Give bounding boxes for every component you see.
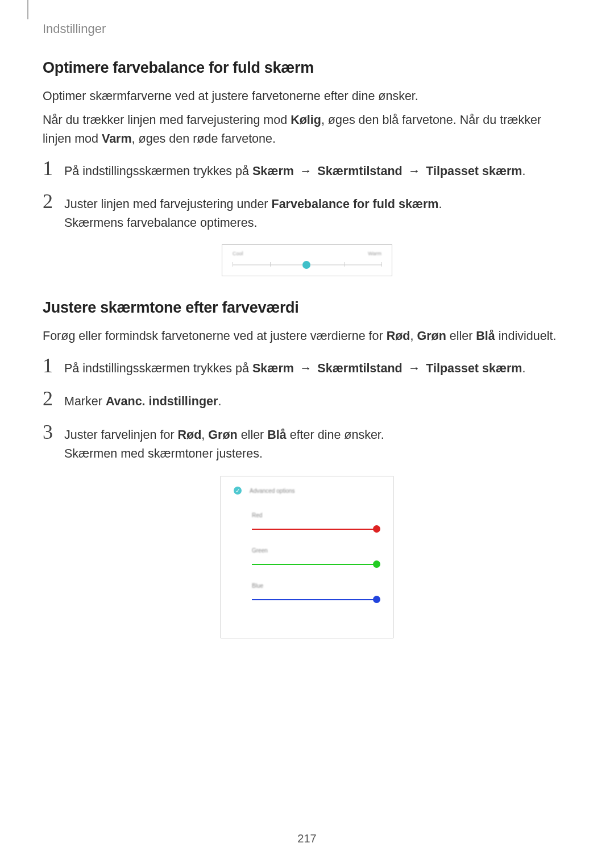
bold-green: Grøn: [417, 329, 446, 343]
text: .: [522, 164, 526, 178]
bold-blue: Blå: [476, 329, 495, 343]
text: Juster linjen med farvejustering under: [64, 197, 272, 211]
path-screenmode: Skærmtilstand: [317, 362, 402, 375]
text: eller: [238, 428, 268, 442]
section2-step3: 3 Juster farvelinjen for Rød, Grøn eller…: [43, 422, 571, 464]
rgb-red-item: Red: [234, 509, 380, 530]
rgb-green-item: Green: [234, 545, 380, 565]
text: , øges den røde farvetone.: [132, 132, 276, 146]
bold-cool: Kølig: [291, 113, 321, 127]
step-text: På indstillingsskærmen trykkes på Skærm …: [64, 158, 571, 181]
text: eller: [446, 329, 476, 343]
bold-colorbalance: Farvebalance for fuld skærm: [272, 197, 439, 211]
step-number: 1: [43, 355, 60, 376]
colorbalance-slider-figure: Cool Warm: [222, 244, 392, 276]
step-number: 3: [43, 422, 60, 442]
rgb-green-label: Green: [252, 547, 268, 554]
rgb-header-row: ✓ Advanced options: [234, 487, 380, 495]
path-screen: Skærm: [252, 362, 294, 375]
text: På indstillingsskærmen trykkes på: [64, 164, 252, 178]
bold-green: Grøn: [208, 428, 237, 442]
slider-tick: [233, 262, 233, 267]
step-text: Juster farvelinjen for Rød, Grøn eller B…: [64, 422, 571, 464]
text: Skærmen med skærmtoner justeres.: [64, 447, 263, 460]
rgb-sliders-figure: ✓ Advanced options Red Green Blue: [221, 476, 393, 638]
section1-step2: 2 Juster linjen med farvejustering under…: [43, 191, 571, 233]
section1-title: Optimere farvebalance for fuld skærm: [43, 59, 571, 77]
text: Marker: [64, 394, 106, 408]
rgb-blue-item: Blue: [234, 580, 380, 600]
rgb-green-track[interactable]: [252, 564, 377, 565]
page-number: 217: [0, 832, 614, 845]
step-number: 2: [43, 388, 60, 409]
rgb-green-handle[interactable]: [373, 560, 380, 568]
section2-p1: Forøg eller formindsk farvetonerne ved a…: [43, 327, 571, 345]
rgb-header-label: Advanced options: [250, 488, 295, 494]
rgb-blue-handle[interactable]: [373, 596, 380, 603]
rgb-red-handle[interactable]: [373, 525, 380, 533]
rgb-blue-label: Blue: [252, 583, 263, 589]
text: .: [218, 394, 221, 408]
text: ,: [410, 329, 417, 343]
bold-red: Rød: [178, 428, 202, 442]
text: individuelt.: [495, 329, 557, 343]
text: Når du trækker linjen med farvejustering…: [43, 113, 291, 127]
text: Forøg eller formindsk farvetonerne ved a…: [43, 329, 387, 343]
slider-handle[interactable]: [302, 261, 310, 269]
step-text: På indstillingsskærmen trykkes på Skærm …: [64, 355, 571, 378]
bold-advanced: Avanc. indstillinger: [106, 394, 218, 408]
check-circle-icon[interactable]: ✓: [234, 487, 242, 495]
arrow-icon: →: [408, 162, 421, 181]
page-header-label: Indstillinger: [43, 22, 106, 36]
bold-red: Rød: [387, 329, 410, 343]
path-screen: Skærm: [252, 164, 294, 178]
section2-title: Justere skærmtone efter farveværdi: [43, 299, 571, 317]
path-custom: Tilpasset skærm: [426, 362, 522, 375]
step-text: Juster linjen med farvejustering under F…: [64, 191, 571, 233]
section2-step1: 1 På indstillingsskærmen trykkes på Skær…: [43, 355, 571, 378]
slider-label-cool: Cool: [233, 251, 243, 256]
text: På indstillingsskærmen trykkes på: [64, 362, 252, 375]
arrow-icon: →: [300, 162, 312, 181]
rgb-blue-track[interactable]: [252, 599, 377, 600]
arrow-icon: →: [300, 359, 312, 378]
text: .: [522, 362, 526, 375]
text: efter dine ønsker.: [287, 428, 384, 442]
section1-step1: 1 På indstillingsskærmen trykkes på Skær…: [43, 158, 571, 181]
page-content: Optimere farvebalance for fuld skærm Opt…: [43, 59, 571, 661]
rgb-red-track[interactable]: [252, 529, 377, 530]
slider-tick: [270, 262, 271, 267]
step-number: 1: [43, 158, 60, 178]
bold-warm: Varm: [102, 132, 132, 146]
path-custom: Tilpasset skærm: [426, 164, 522, 178]
slider-label-warm: Warm: [368, 251, 381, 256]
section1-p2: Når du trækker linjen med farvejustering…: [43, 111, 571, 148]
text: Juster farvelinjen for: [64, 428, 178, 442]
step-number: 2: [43, 191, 60, 211]
header-divider: [27, 0, 28, 19]
slider-tick: [381, 262, 382, 267]
section1-p1: Optimer skærmfarverne ved at justere far…: [43, 87, 571, 105]
path-screenmode: Skærmtilstand: [317, 164, 402, 178]
bold-blue: Blå: [267, 428, 286, 442]
text: Skærmens farvebalance optimeres.: [64, 216, 257, 230]
arrow-icon: →: [408, 359, 421, 378]
slider-tick: [344, 262, 345, 267]
rgb-red-label: Red: [252, 512, 262, 518]
step-text: Marker Avanc. indstillinger.: [64, 388, 571, 411]
text: ,: [201, 428, 208, 442]
section2-step2: 2 Marker Avanc. indstillinger.: [43, 388, 571, 411]
text: .: [438, 197, 442, 211]
